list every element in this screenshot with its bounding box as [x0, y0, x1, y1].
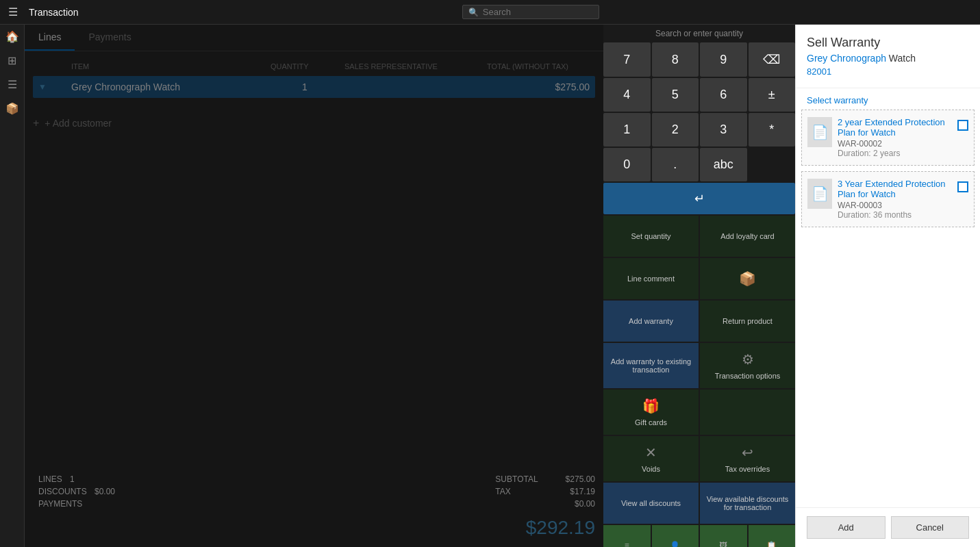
- gift-cards-button[interactable]: 🎁 Gift cards: [603, 390, 699, 435]
- numpad-5[interactable]: 5: [652, 78, 699, 112]
- warranty-icon-1: 📄: [812, 124, 829, 140]
- warranty-name-1: 2 year Extended Protection Plan for Watc…: [838, 117, 952, 138]
- panel-product-name: Grey Chronograph Watch: [807, 53, 969, 64]
- panel-footer: Add Cancel: [796, 507, 980, 547]
- warranty-duration-2: Duration: 36 months: [838, 210, 952, 220]
- warranty-code-2: WAR-00003: [838, 201, 952, 210]
- grid-icon[interactable]: ⊞: [8, 54, 16, 67]
- warranty-checkbox-1[interactable]: [957, 120, 968, 131]
- numpad-2[interactable]: 2: [652, 113, 699, 147]
- warranty-img-1: 📄: [807, 117, 832, 147]
- numpad-0[interactable]: 0: [603, 148, 651, 181]
- cancel-warranty-button[interactable]: Cancel: [891, 516, 970, 539]
- icon-btn-1[interactable]: ≡: [603, 525, 651, 547]
- bottom-icon-row: ≡ 👤 🖼 📋: [603, 525, 795, 547]
- numpad-4[interactable]: 4: [603, 78, 651, 112]
- numpad-8[interactable]: 8: [652, 42, 699, 77]
- warranty-name-2: 3 Year Extended Protection Plan for Watc…: [838, 179, 952, 199]
- left-sidebar: 🏠 ⊞ ☰ 📦: [0, 25, 25, 547]
- warranty-item-1[interactable]: 📄 2 year Extended Protection Plan for Wa…: [801, 110, 975, 166]
- search-qty-label: Search or enter quantity: [603, 25, 795, 42]
- return-product-button[interactable]: Return product: [700, 301, 795, 342]
- numpad-1[interactable]: 1: [603, 113, 651, 147]
- image-icon-btn: 🖼: [719, 541, 727, 547]
- options-icon: ⚙: [742, 351, 754, 368]
- person-icon-btn: 👤: [670, 541, 680, 547]
- empty-button[interactable]: [700, 390, 795, 435]
- numpad-7[interactable]: 7: [603, 42, 651, 77]
- panel-title: Sell Warranty: [807, 36, 969, 50]
- list-icon[interactable]: ☰: [8, 78, 17, 91]
- sell-warranty-panel: Sell Warranty Grey Chronograph Watch 820…: [795, 25, 980, 547]
- numpad: 7 8 9 ⌫ 4 5 6 ± 1 2 3 * 0 . abc ↵: [603, 42, 795, 214]
- warranty-checkbox-2[interactable]: [957, 181, 968, 192]
- numpad-backspace[interactable]: ⌫: [749, 42, 796, 77]
- warranty-item-2[interactable]: 📄 3 Year Extended Protection Plan for Wa…: [801, 171, 975, 227]
- panel-product-id: 82001: [807, 66, 969, 77]
- warranty-info-1: 2 year Extended Protection Plan for Watc…: [838, 117, 952, 158]
- numpad-enter[interactable]: ↵: [603, 183, 795, 214]
- numpad-dot[interactable]: .: [652, 148, 699, 181]
- warranty-duration-1: Duration: 2 years: [838, 149, 952, 158]
- gift-icon: 🎁: [642, 398, 659, 414]
- list-icon-btn: ≡: [625, 541, 629, 547]
- warranty-img-2: 📄: [807, 179, 832, 209]
- numpad-plusminus[interactable]: ±: [749, 78, 796, 112]
- add-loyalty-card-button[interactable]: Add loyalty card: [700, 216, 795, 257]
- add-warranty-button[interactable]: Add warranty: [603, 301, 699, 342]
- warranty-list: 📄 2 year Extended Protection Plan for Wa…: [796, 110, 980, 507]
- warranty-icon-2: 📄: [812, 186, 829, 202]
- tax-overrides-button[interactable]: ↩ Tax overrides: [700, 436, 795, 481]
- numpad-3[interactable]: 3: [700, 113, 747, 147]
- add-warranty-existing-button[interactable]: Add warranty to existing transaction: [603, 343, 699, 388]
- select-warranty-label: Select warranty: [796, 88, 980, 110]
- numpad-9[interactable]: 9: [700, 42, 747, 77]
- warranty-code-1: WAR-00002: [838, 139, 952, 149]
- icon-btn-4[interactable]: 📋: [749, 525, 796, 547]
- numpad-asterisk[interactable]: *: [749, 113, 796, 147]
- menu-icon[interactable]: ☰: [8, 5, 18, 18]
- icon-btn-3[interactable]: 🖼: [700, 525, 747, 547]
- set-quantity-button[interactable]: Set quantity: [603, 216, 699, 257]
- warranty-info-2: 3 Year Extended Protection Plan for Watc…: [838, 179, 952, 220]
- add-warranty-confirm-button[interactable]: Add: [807, 516, 885, 539]
- void-icon: ✕: [645, 444, 657, 461]
- numpad-abc[interactable]: abc: [700, 148, 747, 181]
- voids-button[interactable]: ✕ Voids: [603, 436, 699, 481]
- numpad-6[interactable]: 6: [700, 78, 747, 112]
- tax-icon: ↩: [742, 444, 753, 461]
- dim-overlay: [25, 25, 603, 547]
- search-input[interactable]: [483, 7, 593, 17]
- transaction-options-button[interactable]: ⚙ Transaction options: [700, 343, 795, 388]
- action-buttons-grid: Set quantity Add loyalty card Line comme…: [603, 216, 795, 524]
- transaction-icon: 📦: [739, 270, 756, 287]
- line-comment-button[interactable]: Line comment: [603, 258, 699, 299]
- home-icon[interactable]: 🏠: [5, 30, 19, 43]
- app-title: Transaction: [29, 7, 79, 18]
- view-all-discounts-button[interactable]: View all discounts: [603, 483, 699, 524]
- box-icon[interactable]: 📦: [5, 102, 19, 115]
- search-icon: 🔍: [468, 8, 479, 17]
- action-area: Search or enter quantity 7 8 9 ⌫ 4 5 6 ±…: [603, 25, 795, 547]
- card-icon-btn: 📋: [766, 541, 777, 547]
- icon-btn-2[interactable]: 👤: [652, 525, 699, 547]
- view-available-discounts-button[interactable]: View available discounts for transaction: [700, 483, 795, 524]
- search-bar[interactable]: 🔍: [462, 5, 599, 19]
- panel-header: Sell Warranty Grey Chronograph Watch 820…: [796, 25, 980, 88]
- transaction-options-icon-button[interactable]: 📦: [700, 258, 795, 299]
